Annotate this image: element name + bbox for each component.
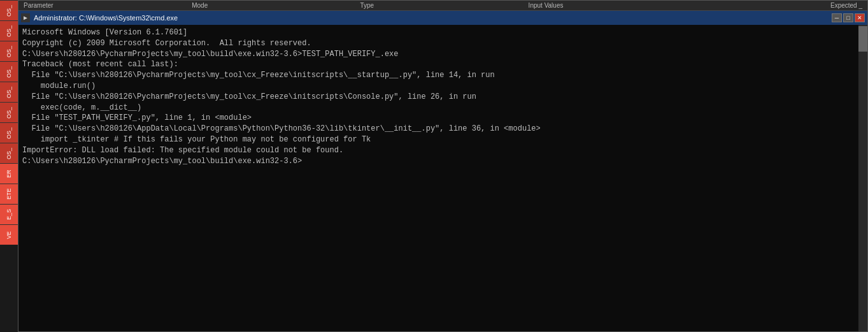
scrollbar-thumb[interactable] <box>858 26 867 52</box>
terminal-line: exec(code, m.__dict__) <box>22 103 855 113</box>
scrollbar[interactable] <box>858 25 867 331</box>
terminal-line: module.run() <box>22 81 855 92</box>
col-input-values: Input Values <box>526 2 694 9</box>
title-bar-buttons: ─ □ ✕ <box>832 13 865 22</box>
col-expected: Expected _ <box>694 2 865 9</box>
sidebar-item-6[interactable]: OS_ <box>0 102 18 122</box>
terminal-line: File "TEST_PATH_VERIFY_.py", line 1, in … <box>22 113 855 124</box>
column-header-row: Parameter Mode Type Input Values Expecte… <box>18 1 867 11</box>
sidebar-item-1[interactable]: OS_ <box>0 0 18 20</box>
terminal-line: C:\Users\h280126\PycharmProjects\my_tool… <box>22 49 855 60</box>
sidebar-item-8[interactable]: OS_ <box>0 143 18 163</box>
terminal-line: File "C:\Users\h280126\AppData\Local\Pro… <box>22 124 855 134</box>
sidebar-item-2[interactable]: OS_ <box>0 20 18 41</box>
terminal-line: File "C:\Users\h280126\PycharmProjects\m… <box>22 92 855 103</box>
sidebar-item-12[interactable]: VE <box>0 224 18 245</box>
title-bar: ▶ Administrator: C:\Windows\System32\cmd… <box>18 11 867 25</box>
title-bar-left: ▶ Administrator: C:\Windows\System32\cmd… <box>21 13 178 22</box>
sidebar-item-9[interactable]: ER <box>0 163 18 184</box>
terminal-line: Traceback (most recent call last): <box>22 59 855 70</box>
minimize-button[interactable]: ─ <box>832 13 842 22</box>
terminal-output: Microsoft Windows [Version 6.1.7601]Copy… <box>18 25 858 331</box>
close-button[interactable]: ✕ <box>855 13 865 22</box>
sidebar-item-5[interactable]: OS_ <box>0 82 18 102</box>
terminal-line: File "C:\Users\h280126\PycharmProjects\m… <box>22 70 855 81</box>
terminal-line: Copyright (c) 2009 Microsoft Corporation… <box>22 38 855 49</box>
sidebar-item-3[interactable]: OS_ <box>0 41 18 61</box>
maximize-button[interactable]: □ <box>843 13 853 22</box>
sidebar: OS_ OS_ OS_ OS_ OS_ OS_ OS_ OS_ ER ETE E… <box>0 0 18 332</box>
col-type: Type <box>357 2 525 9</box>
sidebar-item-7[interactable]: OS_ <box>0 122 18 143</box>
sidebar-item-11[interactable]: E_S <box>0 204 18 224</box>
terminal-line: ImportError: DLL load failed: The specif… <box>22 145 855 156</box>
sidebar-item-10[interactable]: ETE <box>0 184 18 204</box>
sidebar-item-4[interactable]: OS_ <box>0 61 18 82</box>
cmd-window: Parameter Mode Type Input Values Expecte… <box>18 0 868 332</box>
outer-wrapper: OS_ OS_ OS_ OS_ OS_ OS_ OS_ OS_ ER ETE E… <box>0 0 868 332</box>
cmd-icon: ▶ <box>21 13 30 22</box>
terminal-line: import _tkinter # If this fails your Pyt… <box>22 134 855 145</box>
terminal-line: C:\Users\h280126\PycharmProjects\my_tool… <box>22 156 855 167</box>
col-mode: Mode <box>189 2 357 9</box>
window-title: Administrator: C:\Windows\System32\cmd.e… <box>34 14 178 22</box>
terminal-line: Microsoft Windows [Version 6.1.7601] <box>22 27 855 38</box>
col-parameter: Parameter <box>21 2 189 9</box>
